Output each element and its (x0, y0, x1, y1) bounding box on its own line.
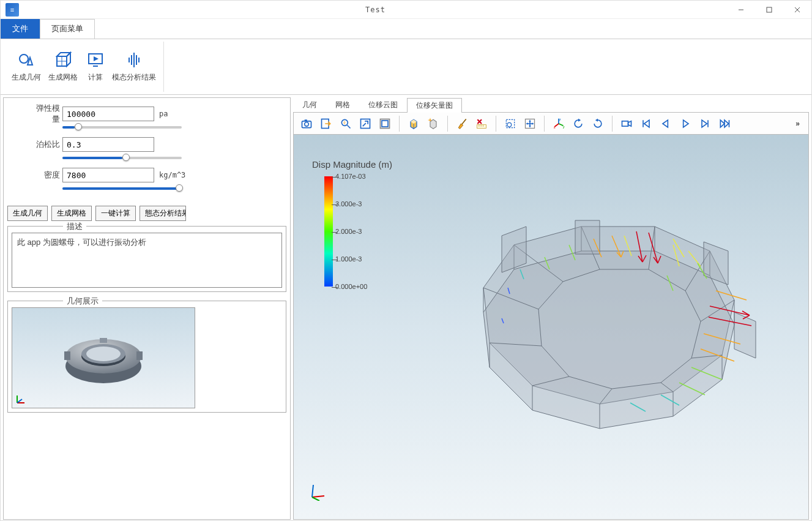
colorbar-tick: 2.000e-3 (335, 228, 362, 235)
waveform-icon (125, 51, 143, 69)
ribbon-gen-geometry[interactable]: 生成几何 (8, 42, 45, 92)
brush-icon[interactable] (453, 114, 471, 133)
svg-point-35 (341, 119, 348, 126)
skip-first-icon[interactable] (637, 114, 655, 133)
tab-file[interactable]: 文件 (1, 19, 40, 39)
next-frame-icon[interactable] (696, 114, 714, 133)
density-unit: kg/m^3 (159, 171, 185, 179)
ring-nut-icon (42, 318, 165, 398)
maximize-button[interactable] (755, 1, 783, 19)
rotate-ccw-icon[interactable] (569, 114, 587, 133)
svg-marker-61 (532, 122, 534, 124)
description-text: 此 app 为圆螺母，可以进行振动分析 (12, 233, 282, 288)
cube-mesh-icon (54, 51, 72, 69)
tab-mesh[interactable]: 网格 (326, 97, 359, 112)
geometry-preview-fieldset: 几何展示 (7, 301, 286, 413)
svg-rect-70 (622, 121, 628, 126)
fea-result-scene (416, 184, 795, 441)
move-arrows-icon[interactable] (521, 114, 539, 133)
close-button[interactable] (783, 1, 811, 19)
app-icon: ≡ (6, 3, 19, 17)
svg-marker-58 (529, 119, 531, 121)
svg-line-142 (312, 496, 324, 497)
modal-result-button[interactable]: 態态分析结果 (140, 206, 186, 221)
geometry-preview-legend: 几何展示 (63, 296, 102, 307)
ribbon-compute[interactable]: 计算 (81, 42, 110, 92)
ribbon-item-label: 生成几何 (12, 72, 41, 83)
ribbon-item-label: 计算 (88, 72, 103, 83)
svg-line-144 (312, 497, 319, 501)
window-title: Test (24, 6, 727, 14)
svg-text:x: x (554, 126, 556, 129)
select-box-icon[interactable] (501, 114, 520, 133)
cube-color-icon[interactable] (404, 114, 423, 133)
svg-marker-76 (702, 120, 707, 127)
svg-line-48 (462, 119, 466, 124)
zoom-lightning-icon[interactable] (337, 114, 355, 133)
ribbon-item-label: 生成网格 (48, 72, 78, 83)
colorbar-tick: 3.000e-3 (335, 200, 362, 208)
skip-last-icon[interactable] (715, 114, 734, 133)
fit-zoom-icon[interactable] (356, 114, 374, 133)
camera-icon[interactable] (297, 114, 316, 133)
ribbon-modal-result[interactable]: 模态分析结果 (110, 42, 158, 92)
axes-xyz-icon[interactable]: xyz (549, 114, 568, 133)
colorbar-tick: 1.000e-3 (335, 255, 362, 263)
play-monitor-icon (87, 51, 104, 69)
gen-mesh-button[interactable]: 生成网格 (51, 206, 92, 221)
elastic-modulus-unit: pa (159, 110, 168, 118)
video-camera-icon[interactable] (617, 114, 636, 133)
elastic-modulus-slider[interactable] (62, 126, 182, 129)
density-input[interactable] (62, 168, 154, 182)
svg-rect-49 (477, 124, 486, 128)
svg-marker-12 (94, 56, 99, 61)
svg-rect-26 (136, 351, 143, 360)
ribbon-item-label: 模态分析结果 (112, 72, 156, 83)
titlebar: ≡ Test (1, 1, 811, 19)
svg-marker-108 (734, 312, 756, 358)
3d-viewport[interactable]: Disp Magnitude (m) 4.107e-033.000e-32.00… (293, 135, 809, 520)
export-arrow-icon[interactable] (317, 114, 335, 133)
svg-text:z: z (559, 118, 561, 121)
svg-marker-71 (628, 121, 631, 126)
density-slider[interactable] (62, 187, 182, 190)
svg-marker-73 (644, 120, 649, 127)
svg-rect-27 (100, 338, 107, 343)
tab-geometry[interactable]: 几何 (293, 97, 326, 112)
poisson-ratio-slider[interactable] (62, 157, 182, 159)
minimize-button[interactable] (727, 1, 755, 19)
tab-disp-vector[interactable]: 位移矢量图 (407, 98, 462, 113)
geometry-preview-viewport[interactable] (12, 307, 195, 408)
elastic-modulus-input[interactable] (62, 107, 154, 121)
svg-point-56 (507, 122, 512, 127)
gen-geometry-button[interactable]: 生成几何 (7, 206, 48, 221)
colorbar (324, 176, 333, 287)
tab-disp-cloud[interactable]: 位移云图 (359, 97, 407, 112)
ribbon-gen-mesh[interactable]: 生成网格 (45, 42, 81, 92)
prev-frame-icon[interactable] (657, 114, 675, 133)
poisson-ratio-label: 泊松比 (29, 139, 60, 150)
svg-marker-68 (578, 118, 581, 121)
cube-light-icon[interactable] (424, 114, 442, 133)
tab-page-menu[interactable]: 页面菜单 (40, 19, 95, 39)
svg-point-45 (429, 119, 431, 121)
svg-rect-1 (767, 7, 772, 12)
svg-marker-74 (663, 120, 668, 127)
poisson-ratio-input[interactable] (62, 137, 154, 152)
svg-marker-37 (343, 121, 346, 126)
description-legend: 描述 (63, 221, 86, 232)
viewport-tabs: 几何 网格 位移云图 位移矢量图 (293, 97, 809, 113)
svg-point-24 (86, 347, 121, 361)
svg-marker-106 (575, 220, 600, 254)
svg-rect-33 (305, 119, 307, 121)
svg-marker-60 (526, 122, 527, 124)
play-icon[interactable] (676, 114, 695, 133)
toolbar-overflow[interactable]: » (791, 119, 805, 128)
rotate-cw-icon[interactable] (589, 114, 607, 133)
zoom-window-icon[interactable] (376, 114, 394, 133)
svg-text:y: y (563, 124, 565, 128)
svg-marker-44 (430, 119, 436, 129)
one-click-compute-button[interactable]: 一键计算 (95, 206, 136, 221)
ruler-delete-icon[interactable] (472, 114, 491, 133)
colorbar-tick: 4.107e-03 (335, 173, 366, 180)
